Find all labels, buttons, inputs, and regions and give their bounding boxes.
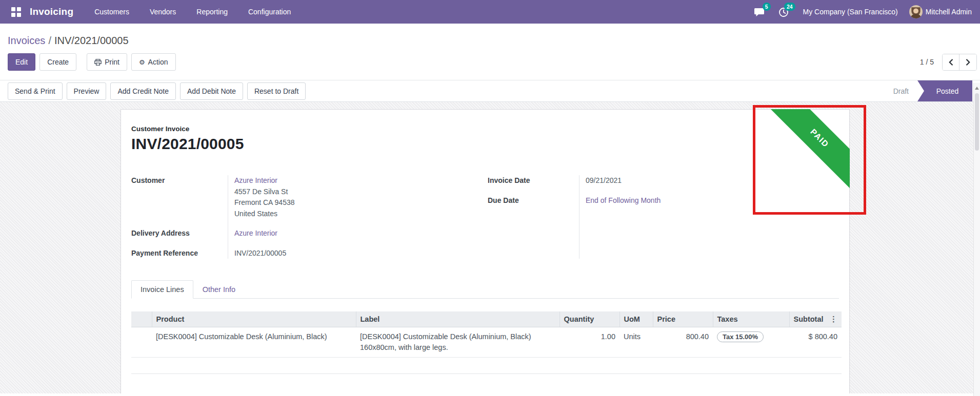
totals-section-divider	[131, 373, 842, 374]
invoice-line-row[interactable]: [DESK0004] Customizable Desk (Aluminium,…	[131, 327, 842, 358]
edit-button[interactable]: Edit	[8, 53, 35, 71]
due-date-value-link[interactable]: End of Following Month	[586, 195, 661, 206]
handle-column-header	[131, 311, 152, 327]
tax-badge: Tax 15.00%	[717, 331, 764, 342]
pager-count: 1 / 5	[920, 58, 934, 66]
menu-reporting[interactable]: Reporting	[189, 4, 235, 20]
customer-address-line: United States	[234, 209, 295, 220]
grid-icon	[11, 7, 21, 17]
form-view-content: Customer Invoice INV/2021/00005 Customer…	[0, 102, 980, 393]
product-cell: [DESK0004] Customizable Desk (Aluminium,…	[152, 327, 356, 358]
notebook-tabs: Invoice Lines Other Info	[131, 280, 839, 299]
stage-posted[interactable]: Posted	[917, 80, 972, 101]
chevron-left-icon	[948, 59, 953, 66]
print-label: Print	[105, 58, 119, 66]
invoice-sheet: Customer Invoice INV/2021/00005 Customer…	[121, 109, 850, 393]
menu-vendors[interactable]: Vendors	[142, 4, 184, 20]
uom-cell: Units	[619, 327, 653, 358]
pager-previous-button[interactable]	[943, 54, 959, 70]
app-name[interactable]: Invoicing	[30, 6, 73, 17]
customer-link[interactable]: Azure Interior	[234, 175, 295, 186]
field-groups: Customer Delivery Address Payment Refere…	[131, 175, 839, 259]
invoice-lines-table: Product Label Quantity UoM Price Taxes S…	[131, 311, 842, 358]
pager: 1 / 5	[920, 54, 977, 71]
payment-reference-field-label: Payment Reference	[131, 248, 228, 259]
stage-widget: Draft Posted	[885, 80, 972, 101]
send-print-button[interactable]: Send & Print	[8, 82, 63, 100]
delivery-address-field-label: Delivery Address	[131, 228, 228, 239]
table-header-row: Product Label Quantity UoM Price Taxes S…	[131, 311, 842, 327]
uom-column-header[interactable]: UoM	[619, 311, 653, 327]
activities-count-badge: 24	[784, 3, 795, 11]
printer-icon	[94, 59, 102, 66]
taxes-column-header[interactable]: Taxes	[713, 311, 789, 327]
payment-reference-value: INV/2021/00005	[234, 248, 295, 259]
vertical-scrollbar[interactable]	[973, 83, 980, 396]
delivery-address-link[interactable]: Azure Interior	[234, 228, 295, 239]
customer-address-line: 4557 De Silva St	[234, 186, 295, 198]
label-column-header[interactable]: Label	[356, 311, 559, 327]
action-button[interactable]: ⚙ Action	[131, 53, 176, 71]
due-date-field-label: Due Date	[488, 195, 579, 206]
menu-customers[interactable]: Customers	[87, 4, 137, 20]
reset-to-draft-button[interactable]: Reset to Draft	[247, 82, 306, 100]
user-avatar[interactable]	[909, 5, 923, 18]
quantity-cell: 1.00	[559, 327, 619, 358]
subtotal-cell: $ 800.40	[789, 327, 842, 358]
invoice-date-value: 09/21/2021	[586, 175, 661, 186]
menu-configuration[interactable]: Configuration	[241, 4, 298, 20]
subtotal-column-header[interactable]: Subtotal ⋮	[789, 311, 842, 327]
stage-draft[interactable]: Draft	[885, 80, 917, 101]
statusbar: Send & Print Preview Add Credit Note Add…	[0, 80, 980, 102]
apps-menu-icon[interactable]	[8, 4, 24, 19]
messages-icon[interactable]: 5	[754, 6, 767, 17]
tab-other-info[interactable]: Other Info	[193, 280, 245, 299]
taxes-cell: Tax 15.00%	[713, 327, 789, 358]
messages-count-badge: 5	[763, 3, 771, 11]
breadcrumb: Invoices/INV/2021/00005	[8, 35, 977, 47]
invoice-date-field-label: Invoice Date	[488, 175, 579, 186]
top-navbar: Invoicing Customers Vendors Reporting Co…	[0, 0, 980, 24]
subtotal-header-label: Subtotal	[794, 315, 824, 323]
activities-icon[interactable]: 24	[778, 6, 792, 17]
chevron-right-icon	[966, 59, 971, 66]
add-credit-note-button[interactable]: Add Credit Note	[110, 82, 176, 100]
scrollbar-thumb[interactable]	[975, 93, 979, 151]
row-handle-cell	[131, 327, 152, 358]
optional-columns-icon[interactable]: ⋮	[830, 315, 837, 324]
control-panel: Invoices/INV/2021/00005 Edit Create Prin…	[0, 24, 980, 80]
preview-button[interactable]: Preview	[67, 82, 107, 100]
breadcrumb-invoices-link[interactable]: Invoices	[8, 35, 45, 46]
document-type-label: Customer Invoice	[131, 125, 839, 133]
main-menu: Customers Vendors Reporting Configuratio…	[87, 4, 298, 20]
chat-bubble-icon	[754, 8, 765, 17]
label-cell: [DESK0004] Customizable Desk (Aluminium,…	[356, 327, 559, 358]
add-debit-note-button[interactable]: Add Debit Note	[180, 82, 243, 100]
company-switcher[interactable]: My Company (San Francisco)	[803, 8, 898, 16]
avatar-image	[909, 5, 923, 18]
breadcrumb-current: INV/2021/00005	[54, 35, 129, 46]
price-cell: 800.40	[653, 327, 713, 358]
product-column-header[interactable]: Product	[152, 311, 356, 327]
pager-next-button[interactable]	[959, 54, 976, 70]
gear-icon: ⚙	[139, 59, 145, 66]
quantity-column-header[interactable]: Quantity	[559, 311, 619, 327]
breadcrumb-separator: /	[48, 35, 51, 46]
customer-field-label: Customer	[131, 175, 228, 186]
tab-invoice-lines[interactable]: Invoice Lines	[131, 280, 193, 299]
invoice-number-title: INV/2021/00005	[131, 135, 839, 153]
action-label: Action	[148, 58, 168, 66]
scroll-up-arrow-icon[interactable]	[975, 87, 979, 90]
customer-address-line: Fremont CA 94538	[234, 197, 295, 209]
user-menu[interactable]: Mitchell Admin	[926, 8, 972, 16]
price-column-header[interactable]: Price	[653, 311, 713, 327]
print-button[interactable]: Print	[87, 53, 127, 71]
create-button[interactable]: Create	[39, 53, 76, 71]
